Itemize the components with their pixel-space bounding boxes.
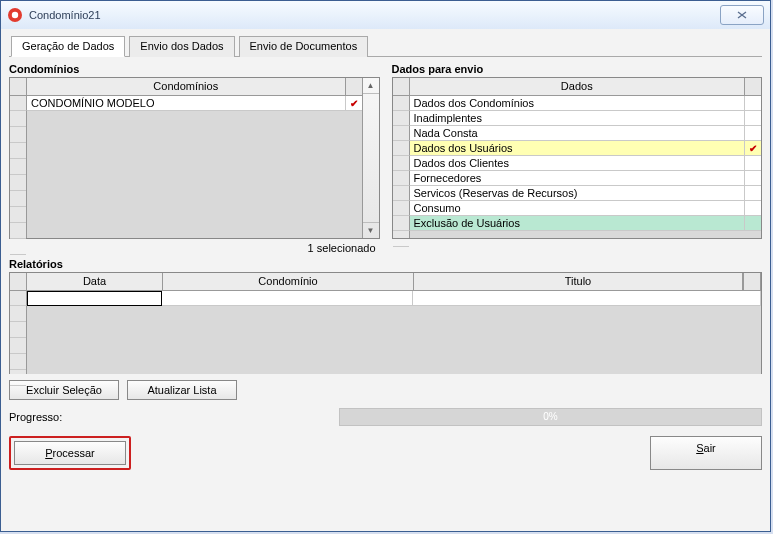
relatorios-grid[interactable]: Data Condomínio Titulo [9,272,762,374]
table-row[interactable]: CONDOMÍNIO MODELO ✔ [10,96,362,111]
relatorios-titulo-cell [413,291,761,306]
table-row[interactable]: Fornecedores [393,171,762,186]
relatorios-header-condominio: Condomínio [163,273,414,290]
svg-point-1 [12,12,18,18]
sair-button[interactable]: Sair [650,436,762,470]
table-row[interactable]: Nada Consta [393,126,762,141]
relatorios-data-cell[interactable] [27,291,162,306]
window-close-button[interactable] [720,5,764,25]
scrollbar[interactable]: ▲ ▼ [362,78,379,238]
checkmark-icon[interactable]: ✔ [744,141,761,156]
dados-name-cell: Inadimplentes [410,111,745,126]
checkmark-icon[interactable] [744,186,761,201]
table-row[interactable]: Exclusão de Usuários [393,216,762,231]
condominios-grid-body: CONDOMÍNIO MODELO ✔ [10,96,362,238]
table-row[interactable]: Inadimplentes [393,111,762,126]
checkmark-icon[interactable] [744,201,761,216]
checkmark-icon[interactable]: ✔ [345,96,362,111]
processar-button[interactable]: Processar [14,441,126,465]
tabs: Geração de Dados Envio dos Dados Envio d… [9,35,762,57]
dados-name-cell: Servicos (Reservas de Recursos) [410,186,745,201]
app-window: Condomínio21 Geração de Dados Envio dos … [0,0,771,532]
relatorios-header: Data Condomínio Titulo [10,273,761,291]
checkmark-icon[interactable] [744,111,761,126]
checkmark-icon[interactable] [744,126,761,141]
relatorios-body [10,291,761,374]
dados-grid[interactable]: Dados Dados dos CondomíniosInadimplentes… [392,77,763,239]
relatorios-group-title: Relatórios [9,258,762,270]
relatorios-condominio-cell [162,291,413,306]
tab-envio-dados[interactable]: Envio dos Dados [129,36,234,57]
checkmark-icon[interactable] [744,171,761,186]
condominios-group-title: Condomínios [9,63,380,75]
tab-geracao-dados[interactable]: Geração de Dados [11,36,125,57]
checkmark-icon[interactable] [744,156,761,171]
condominios-grid-header: Condomínios [10,78,362,96]
progress-bar: 0% [339,408,762,426]
selected-count-label: 1 selecionado [9,242,380,254]
dados-grid-header: Dados [393,78,762,96]
condominios-grid[interactable]: Condomínios CONDOMÍNIO MODELO ✔ [9,77,380,239]
dados-grid-body: Dados dos CondomíniosInadimplentesNada C… [393,96,762,238]
dados-header-label: Dados [410,78,746,95]
table-row[interactable]: Dados dos Condomínios [393,96,762,111]
dados-name-cell: Nada Consta [410,126,745,141]
app-icon [7,7,23,23]
titlebar: Condomínio21 [1,1,770,30]
dados-name-cell: Fornecedores [410,171,745,186]
dados-name-cell: Consumo [410,201,745,216]
atualizar-lista-button[interactable]: Atualizar Lista [127,380,237,400]
dados-name-cell: Dados dos Clientes [410,156,745,171]
relatorios-header-titulo: Titulo [414,273,743,290]
processar-highlight: Processar [9,436,131,470]
table-row[interactable]: Dados dos Clientes [393,156,762,171]
client-area: Geração de Dados Envio dos Dados Envio d… [1,29,770,531]
dados-name-cell: Dados dos Condomínios [410,96,745,111]
condominio-name-cell: CONDOMÍNIO MODELO [27,96,345,111]
scroll-up-icon[interactable]: ▲ [363,78,379,94]
table-row[interactable]: Consumo [393,201,762,216]
checkmark-icon[interactable] [744,96,761,111]
progress-value: 0% [543,411,557,422]
dados-name-cell: Exclusão de Usuários [410,216,745,231]
dados-group-title: Dados para envio [392,63,763,75]
tab-envio-documentos[interactable]: Envio de Documentos [239,36,369,57]
table-row[interactable]: Dados dos Usuários✔ [393,141,762,156]
window-title: Condomínio21 [29,9,720,21]
checkmark-icon[interactable] [744,216,761,231]
scroll-down-icon[interactable]: ▼ [363,222,379,238]
condominios-header-label: Condomínios [27,78,346,95]
dados-name-cell: Dados dos Usuários [410,141,745,156]
relatorios-header-data: Data [27,273,163,290]
progress-label: Progresso: [9,411,339,423]
table-row[interactable] [10,291,761,306]
table-row[interactable]: Servicos (Reservas de Recursos) [393,186,762,201]
